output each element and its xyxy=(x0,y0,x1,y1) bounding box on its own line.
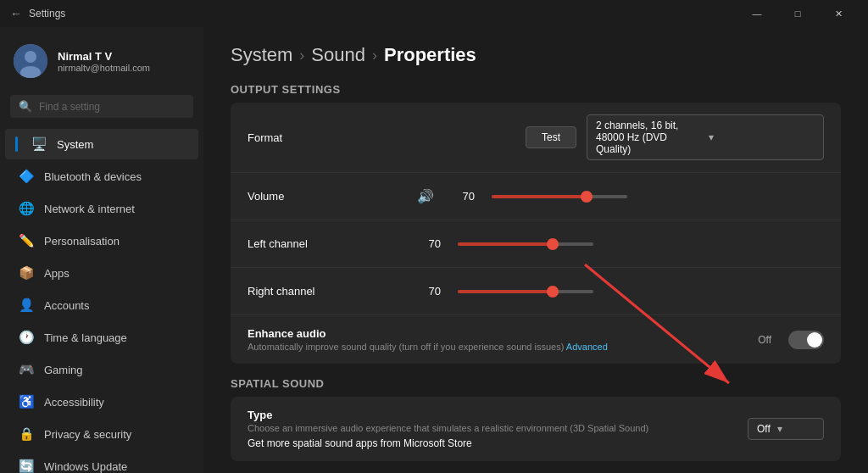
sidebar-item-label: Accounts xyxy=(44,299,89,312)
bluetooth-icon: 🔷 xyxy=(19,169,34,184)
user-email: nirmaltv@hotmail.com xyxy=(58,63,150,73)
spatial-type-row: Type Choose an immersive audio experienc… xyxy=(231,397,841,461)
close-button[interactable]: ✕ xyxy=(819,0,858,27)
volume-icon: 🔊 xyxy=(417,188,434,204)
update-icon: 🔄 xyxy=(19,459,34,473)
left-channel-slider[interactable] xyxy=(458,242,824,246)
left-channel-value: 70 xyxy=(417,237,441,250)
volume-label: Volume xyxy=(248,190,417,203)
chevron-down-icon: ▾ xyxy=(777,423,782,435)
right-channel-row: Right channel 70 xyxy=(231,268,841,315)
svg-point-1 xyxy=(25,51,36,63)
accessibility-icon: ♿ xyxy=(19,394,34,409)
titlebar: ← Settings — □ ✕ xyxy=(0,0,868,27)
format-dropdown[interactable]: 2 channels, 16 bit, 48000 Hz (DVD Qualit… xyxy=(587,114,824,160)
privacy-icon: 🔒 xyxy=(19,426,34,442)
volume-row: Volume 🔊 70 xyxy=(231,173,841,220)
breadcrumb-sound[interactable]: Sound xyxy=(311,44,365,66)
right-channel-value: 70 xyxy=(417,285,441,298)
accounts-icon: 👤 xyxy=(19,298,34,313)
spatial-type-dropdown[interactable]: Off ▾ xyxy=(748,418,824,440)
test-button[interactable]: Test xyxy=(526,126,576,148)
get-help-link[interactable]: ? Get help xyxy=(231,465,841,473)
maximize-button[interactable]: □ xyxy=(778,0,817,27)
enhance-audio-description: Automatically improve sound quality (tur… xyxy=(248,342,608,352)
network-icon: 🌐 xyxy=(19,201,34,216)
output-settings-title: Output settings xyxy=(231,83,841,96)
gaming-icon: 🎮 xyxy=(19,362,34,377)
main-content: System › Sound › Properties Output setti… xyxy=(203,27,868,473)
sidebar-item-windows-update[interactable]: 🔄 Windows Update xyxy=(5,451,198,473)
spatial-type-description: Choose an immersive audio experience tha… xyxy=(248,423,648,433)
sidebar-item-gaming[interactable]: 🎮 Gaming xyxy=(5,354,198,385)
sidebar-item-label: Gaming xyxy=(44,364,83,376)
sidebar-item-personalisation[interactable]: ✏️ Personalisation xyxy=(5,225,198,256)
sidebar-item-accessibility[interactable]: ♿ Accessibility xyxy=(5,387,198,417)
user-name: Nirmal T V xyxy=(58,50,150,63)
format-label: Format xyxy=(248,131,417,144)
sidebar-item-network[interactable]: 🌐 Network & internet xyxy=(5,193,198,224)
spatial-store-link[interactable]: Get more spatial sound apps from Microso… xyxy=(248,437,472,449)
sidebar-item-label: Network & internet xyxy=(44,203,135,215)
right-channel-label: Right channel xyxy=(248,285,417,298)
enhance-audio-toggle[interactable] xyxy=(788,331,824,349)
sidebar-item-bluetooth[interactable]: 🔷 Bluetooth & devices xyxy=(5,161,198,192)
enhance-audio-advanced-link[interactable]: Advanced xyxy=(566,342,608,352)
sidebar-item-apps[interactable]: 📦 Apps xyxy=(5,258,198,288)
sidebar-item-system[interactable]: 🖥️ System xyxy=(5,129,198,159)
left-channel-row: Left channel 70 xyxy=(231,220,841,268)
sidebar-item-time[interactable]: 🕐 Time & language xyxy=(5,322,198,353)
breadcrumb-system[interactable]: System xyxy=(231,44,292,66)
spatial-sound-title: Spatial sound xyxy=(231,377,841,390)
output-settings-card: Format Test 2 channels, 16 bit, 48000 Hz… xyxy=(231,103,841,364)
personalisation-icon: ✏️ xyxy=(19,233,34,248)
left-channel-label: Left channel xyxy=(248,237,417,250)
sidebar-item-label: Apps xyxy=(44,267,70,280)
sidebar-item-privacy[interactable]: 🔒 Privacy & security xyxy=(5,419,198,449)
breadcrumb-properties: Properties xyxy=(384,44,476,66)
chevron-down-icon: ▾ xyxy=(709,131,815,143)
volume-value: 70 xyxy=(451,190,475,203)
search-input[interactable] xyxy=(39,101,185,113)
enhance-audio-toggle-label: Off xyxy=(758,334,771,346)
spatial-type-label: Type xyxy=(248,409,417,421)
apps-icon: 📦 xyxy=(19,265,34,281)
titlebar-title: Settings xyxy=(29,8,65,19)
search-box[interactable]: 🔍 xyxy=(10,95,193,118)
spatial-sound-card: Type Choose an immersive audio experienc… xyxy=(231,397,841,461)
sidebar: Nirmal T V nirmaltv@hotmail.com 🔍 🖥️ Sys… xyxy=(0,27,203,473)
avatar xyxy=(14,44,47,78)
system-icon: 🖥️ xyxy=(31,136,47,152)
sidebar-item-label: Personalisation xyxy=(44,235,120,248)
breadcrumb: System › Sound › Properties xyxy=(231,44,841,66)
back-button[interactable]: ← xyxy=(10,7,22,20)
enhance-audio-row: Enhance audio Automatically improve soun… xyxy=(231,315,841,364)
enhance-audio-label: Enhance audio xyxy=(248,327,417,340)
volume-slider[interactable] xyxy=(492,195,824,198)
minimize-button[interactable]: — xyxy=(737,0,776,27)
search-icon: 🔍 xyxy=(19,100,32,113)
sidebar-item-accounts[interactable]: 👤 Accounts xyxy=(5,290,198,320)
sidebar-item-label: Time & language xyxy=(44,331,127,344)
sidebar-item-label: Privacy & security xyxy=(44,428,131,441)
sidebar-item-label: System xyxy=(57,138,93,151)
format-row: Format Test 2 channels, 16 bit, 48000 Hz… xyxy=(231,103,841,173)
sidebar-item-label: Windows Update xyxy=(44,460,127,473)
time-icon: 🕐 xyxy=(19,330,34,345)
user-section[interactable]: Nirmal T V nirmaltv@hotmail.com xyxy=(0,34,203,92)
right-channel-slider[interactable] xyxy=(458,290,824,293)
sidebar-item-label: Accessibility xyxy=(44,396,104,409)
sidebar-item-label: Bluetooth & devices xyxy=(44,170,142,183)
